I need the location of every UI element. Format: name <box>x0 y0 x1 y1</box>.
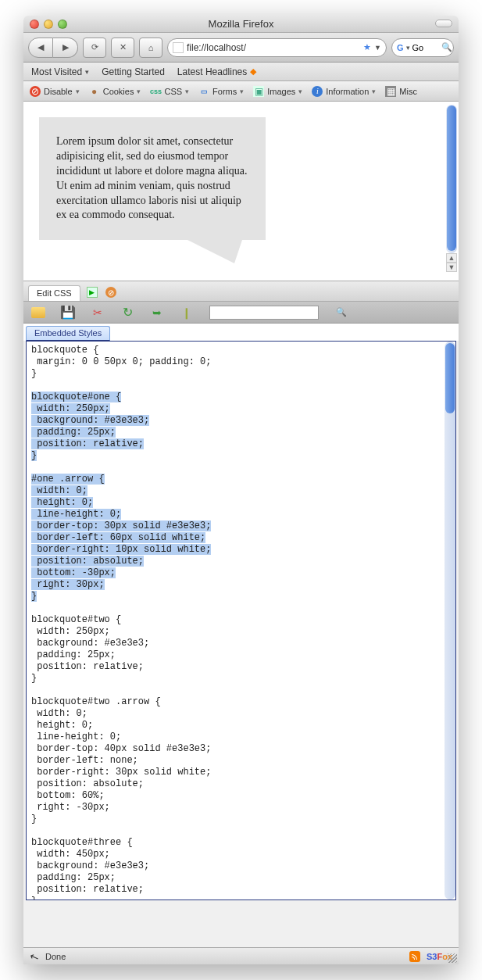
wd-css-menu[interactable]: css CSS ▾ <box>145 86 194 97</box>
dropdown-icon: ▾ <box>76 88 80 95</box>
browser-window: Mozilla Firefox ◀ ▶ ⟳ ✕ ⌂ ★ ▼ G ▾ 🔍 Most… <box>23 16 459 964</box>
titlebar[interactable]: Mozilla Firefox <box>23 16 459 33</box>
search-input[interactable] <box>412 43 439 52</box>
edit-css-tab[interactable]: Edit CSS <box>28 285 80 301</box>
menu-label: Information <box>326 87 369 96</box>
home-button[interactable]: ⌂ <box>139 38 162 58</box>
info-icon: i <box>312 86 323 97</box>
menu-label: CSS <box>164 87 182 96</box>
status-bar: ↖ Done S3Fox <box>23 947 459 964</box>
misc-icon: ▦ <box>385 86 396 97</box>
back-button[interactable]: ◀ <box>28 38 53 58</box>
rss-icon: ◆ <box>250 66 256 77</box>
bookmark-label: Latest Headlines <box>177 66 247 77</box>
redo-button[interactable]: ↻ <box>120 306 134 320</box>
search-magnifier-icon[interactable]: 🔍 <box>441 42 452 52</box>
menu-label: Images <box>267 87 295 96</box>
reload-button[interactable]: ⟳ <box>83 38 106 58</box>
webdeveloper-toolbar: ⊘ Disable ▾ ● Cookies ▾ css CSS ▾ ▭ Form… <box>23 81 459 102</box>
css-icon: css <box>150 86 161 97</box>
status-text: Done <box>45 952 66 961</box>
paste-button[interactable]: ➥ <box>150 306 164 320</box>
wd-cookies-menu[interactable]: ● Cookies ▾ <box>84 86 146 97</box>
search-provider-dropdown-icon[interactable]: ▾ <box>406 44 410 52</box>
image-icon: ▣ <box>253 86 264 97</box>
page-favicon <box>173 42 184 53</box>
menu-label: Forms <box>212 87 237 96</box>
navigation-toolbar: ◀ ▶ ⟳ ✕ ⌂ ★ ▼ G ▾ 🔍 <box>23 33 459 63</box>
search-bar[interactable]: G ▾ 🔍 <box>391 38 454 57</box>
bookmark-label: Most Visited <box>31 66 82 77</box>
blockquote-text: Lorem ipsum dolor sit amet, consectetur … <box>56 135 248 220</box>
bookmark-label: Getting Started <box>102 66 165 77</box>
css-source-tabs: Embedded Styles <box>23 324 459 341</box>
bookmarks-toolbar: Most Visited ▾ Getting Started Latest He… <box>23 63 459 81</box>
scroll-up-icon[interactable]: ▲ <box>446 253 457 263</box>
window-title: Mozilla Firefox <box>23 18 459 30</box>
search-provider-icon[interactable]: G <box>397 43 404 52</box>
editor-toolbar: 💾 ✂ ↻ ➥ ❙ 🔍 <box>23 302 459 324</box>
cut-button[interactable]: ✂ <box>91 306 105 320</box>
stop-button[interactable]: ✕ <box>111 38 134 58</box>
cursor-icon: ↖ <box>28 949 41 964</box>
url-input[interactable] <box>187 42 360 53</box>
form-icon: ▭ <box>198 86 209 97</box>
open-file-button[interactable] <box>31 306 45 320</box>
editor-search-input[interactable] <box>209 306 319 320</box>
speech-arrow <box>187 240 242 263</box>
save-button[interactable]: 💾 <box>61 306 75 320</box>
forward-button[interactable]: ▶ <box>53 38 78 58</box>
toolbar-pill-button[interactable] <box>435 20 452 27</box>
bookmark-getting-started[interactable]: Getting Started <box>102 66 165 77</box>
editcss-tabbar: Edit CSS ▶ ⊘ <box>23 281 459 302</box>
resize-grip[interactable] <box>448 953 457 963</box>
speech-blockquote: Lorem ipsum dolor sit amet, consectetur … <box>39 117 266 240</box>
editor-scrollbar[interactable] <box>445 342 455 900</box>
wd-misc-menu[interactable]: ▦ Misc <box>380 86 422 97</box>
menu-label: Cookies <box>103 87 134 96</box>
wd-information-menu[interactable]: i Information ▾ <box>307 86 380 97</box>
bookmark-star-icon[interactable]: ★ <box>363 42 371 52</box>
content-scrollbar[interactable]: ▲ ▼ <box>446 105 457 272</box>
dropdown-icon: ▾ <box>298 88 302 95</box>
menu-label: Misc <box>399 87 417 96</box>
dropdown-icon: ▾ <box>372 88 376 95</box>
dropdown-icon: ▾ <box>185 88 189 95</box>
bookmark-most-visited[interactable]: Most Visited ▾ <box>31 66 89 77</box>
menu-label: Disable <box>44 87 73 96</box>
editor-search-button[interactable]: 🔍 <box>334 306 348 320</box>
folder-icon <box>31 307 45 318</box>
stop-icon: ⊘ <box>30 86 41 97</box>
marker-button[interactable]: ❙ <box>180 306 194 320</box>
wd-forms-menu[interactable]: ▭ Forms ▾ <box>194 86 248 97</box>
play-icon[interactable]: ▶ <box>87 287 98 298</box>
wd-images-menu[interactable]: ▣ Images ▾ <box>248 86 307 97</box>
css-editor[interactable]: blockquote { margin: 0 0 50px 0; padding… <box>26 341 456 900</box>
feed-icon[interactable] <box>409 951 420 962</box>
embedded-styles-tab[interactable]: Embedded Styles <box>26 326 110 341</box>
clear-icon[interactable]: ⊘ <box>105 287 116 298</box>
bookmark-latest-headlines[interactable]: Latest Headlines ◆ <box>177 66 256 77</box>
code-content[interactable]: blockquote { margin: 0 0 50px 0; padding… <box>27 342 455 900</box>
dropdown-icon: ▾ <box>137 88 141 95</box>
cookie-icon: ● <box>89 86 100 97</box>
url-bar[interactable]: ★ ▼ <box>167 38 387 57</box>
dropdown-icon: ▾ <box>240 88 244 95</box>
url-dropdown-icon[interactable]: ▼ <box>374 44 381 52</box>
dropdown-icon: ▾ <box>85 68 89 76</box>
scroll-down-icon[interactable]: ▼ <box>446 263 457 272</box>
page-content: Lorem ipsum dolor sit amet, consectetur … <box>23 102 459 281</box>
wd-disable-menu[interactable]: ⊘ Disable ▾ <box>25 86 84 97</box>
